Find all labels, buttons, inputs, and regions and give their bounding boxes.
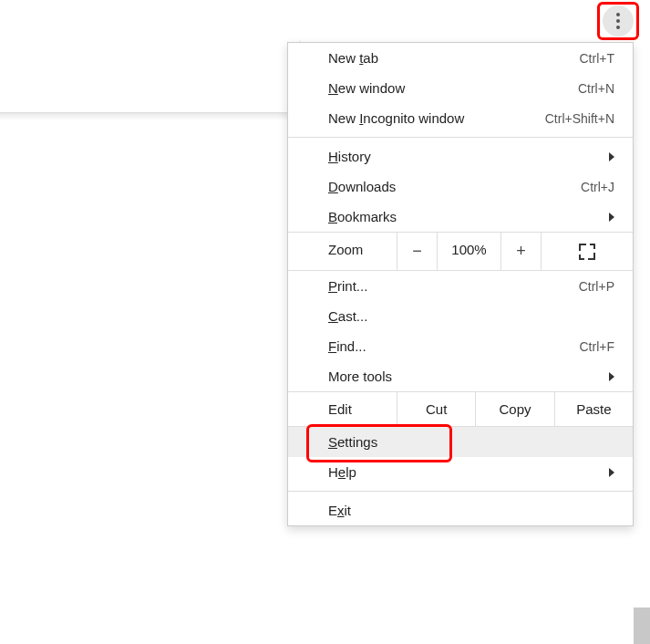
menu-item-new-tab[interactable]: New tab Ctrl+T bbox=[288, 43, 633, 73]
edit-paste-button[interactable]: Paste bbox=[555, 392, 633, 426]
menu-zoom-row: Zoom − 100% + bbox=[288, 232, 633, 271]
zoom-in-button[interactable]: + bbox=[501, 233, 542, 270]
zoom-label: Zoom bbox=[288, 233, 397, 270]
menu-item-help[interactable]: Help bbox=[288, 457, 633, 487]
submenu-arrow-icon bbox=[609, 213, 614, 222]
submenu-arrow-icon bbox=[609, 468, 614, 477]
menu-item-shortcut: Ctrl+P bbox=[579, 279, 614, 294]
menu-item-label: History bbox=[328, 149, 371, 164]
menu-item-label: Help bbox=[328, 464, 356, 480]
page-background-panel bbox=[0, 40, 301, 113]
kebab-dot-icon bbox=[616, 19, 620, 23]
zoom-out-button[interactable]: − bbox=[397, 233, 438, 270]
menu-item-bookmarks[interactable]: Bookmarks bbox=[288, 202, 633, 232]
menu-item-shortcut: Ctrl+T bbox=[580, 51, 615, 66]
menu-item-new-incognito-window[interactable]: New Incognito window Ctrl+Shift+N bbox=[288, 103, 633, 133]
page-background-shadow bbox=[0, 113, 301, 120]
chrome-main-menu: New tab Ctrl+T New window Ctrl+N New Inc… bbox=[287, 42, 634, 526]
menu-edit-row: Edit Cut Copy Paste bbox=[288, 391, 633, 427]
menu-item-label: Settings bbox=[328, 434, 377, 450]
more-options-button[interactable] bbox=[603, 5, 634, 36]
menu-item-find[interactable]: Find... Ctrl+F bbox=[288, 331, 633, 361]
menu-item-label: More tools bbox=[328, 369, 392, 384]
menu-item-settings[interactable]: Settings bbox=[288, 427, 633, 457]
menu-item-print[interactable]: Print... Ctrl+P bbox=[288, 271, 633, 301]
fullscreen-button[interactable] bbox=[542, 233, 633, 270]
menu-item-history[interactable]: History bbox=[288, 141, 633, 171]
menu-item-shortcut: Ctrl+Shift+N bbox=[545, 111, 614, 126]
menu-item-label: Print... bbox=[328, 278, 367, 294]
submenu-arrow-icon bbox=[609, 152, 614, 161]
submenu-arrow-icon bbox=[609, 372, 614, 381]
edit-copy-button[interactable]: Copy bbox=[476, 392, 554, 426]
menu-item-more-tools[interactable]: More tools bbox=[288, 361, 633, 391]
kebab-dot-icon bbox=[616, 13, 620, 16]
menu-button-wrap bbox=[603, 5, 634, 36]
menu-item-shortcut: Ctrl+F bbox=[580, 339, 615, 354]
zoom-value: 100% bbox=[438, 233, 501, 270]
menu-item-label: Find... bbox=[328, 338, 366, 354]
menu-separator bbox=[288, 137, 633, 138]
edit-cut-button[interactable]: Cut bbox=[397, 392, 476, 426]
menu-item-cast[interactable]: Cast... bbox=[288, 301, 633, 331]
menu-item-label: New tab bbox=[328, 50, 378, 66]
menu-item-label: New window bbox=[328, 80, 405, 96]
menu-item-label: Bookmarks bbox=[328, 209, 397, 224]
menu-item-new-window[interactable]: New window Ctrl+N bbox=[288, 73, 633, 103]
menu-item-exit[interactable]: Exit bbox=[288, 495, 633, 525]
menu-separator bbox=[288, 491, 633, 492]
menu-item-label: New Incognito window bbox=[328, 110, 464, 126]
menu-item-downloads[interactable]: Downloads Ctrl+J bbox=[288, 171, 633, 202]
kebab-dot-icon bbox=[616, 26, 620, 29]
edit-label: Edit bbox=[288, 392, 397, 426]
fullscreen-icon bbox=[580, 244, 594, 259]
menu-item-label: Downloads bbox=[328, 179, 396, 194]
vertical-scrollbar[interactable] bbox=[634, 608, 650, 644]
menu-item-label: Cast... bbox=[328, 308, 367, 324]
menu-item-label: Exit bbox=[328, 503, 351, 518]
menu-item-shortcut: Ctrl+J bbox=[581, 180, 614, 194]
menu-item-shortcut: Ctrl+N bbox=[578, 81, 614, 96]
